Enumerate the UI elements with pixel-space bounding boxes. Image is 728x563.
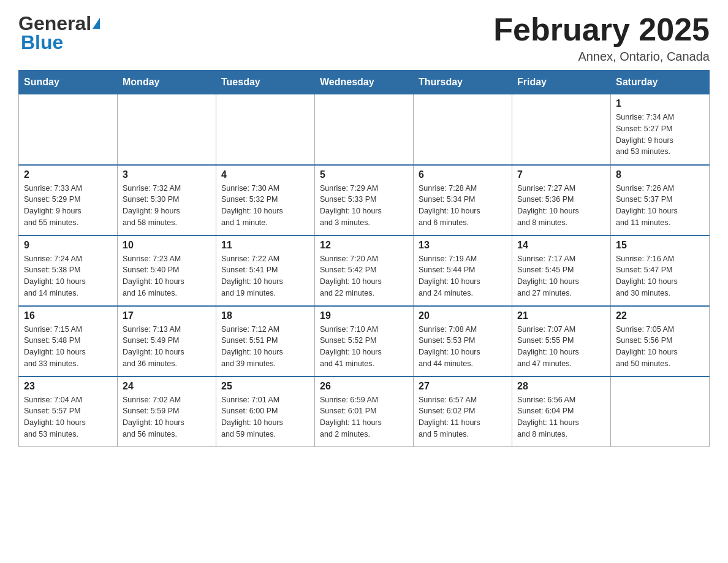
day-info: Sunrise: 7:26 AMSunset: 5:37 PMDaylight:… [616,183,704,229]
logo-blue-text: Blue [21,31,63,54]
calendar-cell: 13Sunrise: 7:19 AMSunset: 5:44 PMDayligh… [414,236,512,306]
col-monday: Monday [118,71,216,94]
day-info: Sunrise: 7:07 AMSunset: 5:55 PMDaylight:… [517,324,605,370]
calendar-cell: 2Sunrise: 7:33 AMSunset: 5:29 PMDaylight… [19,165,118,236]
page-header: General Blue February 2025 Annex, Ontari… [18,12,710,64]
day-number: 20 [419,310,507,321]
col-thursday: Thursday [414,71,512,94]
day-info: Sunrise: 7:33 AMSunset: 5:29 PMDaylight:… [24,183,112,229]
day-info: Sunrise: 7:34 AMSunset: 5:27 PMDaylight:… [616,112,704,158]
calendar-week-row: 16Sunrise: 7:15 AMSunset: 5:48 PMDayligh… [19,306,710,377]
day-number: 3 [123,169,211,180]
day-info: Sunrise: 7:16 AMSunset: 5:47 PMDaylight:… [616,253,704,299]
calendar-cell: 20Sunrise: 7:08 AMSunset: 5:53 PMDayligh… [414,306,512,377]
month-title: February 2025 [493,12,710,47]
day-info: Sunrise: 7:05 AMSunset: 5:56 PMDaylight:… [616,324,704,370]
day-number: 21 [517,310,605,321]
day-number: 13 [419,240,507,251]
calendar-table: Sunday Monday Tuesday Wednesday Thursday… [18,70,710,447]
day-number: 18 [221,310,309,321]
day-number: 19 [320,310,408,321]
day-info: Sunrise: 7:13 AMSunset: 5:49 PMDaylight:… [123,324,211,370]
day-number: 26 [320,381,408,392]
day-info: Sunrise: 7:23 AMSunset: 5:40 PMDaylight:… [123,253,211,299]
day-number: 5 [320,169,408,180]
calendar-cell: 3Sunrise: 7:32 AMSunset: 5:30 PMDaylight… [118,165,216,236]
calendar-header-row: Sunday Monday Tuesday Wednesday Thursday… [19,71,710,94]
day-number: 28 [517,381,605,392]
day-info: Sunrise: 7:32 AMSunset: 5:30 PMDaylight:… [123,183,211,229]
calendar-cell: 9Sunrise: 7:24 AMSunset: 5:38 PMDaylight… [19,236,118,306]
calendar-cell: 18Sunrise: 7:12 AMSunset: 5:51 PMDayligh… [216,306,315,377]
day-number: 6 [419,169,507,180]
day-number: 9 [24,240,112,251]
calendar-cell [118,94,216,165]
day-number: 2 [24,169,112,180]
calendar-cell: 7Sunrise: 7:27 AMSunset: 5:36 PMDaylight… [512,165,611,236]
day-info: Sunrise: 7:12 AMSunset: 5:51 PMDaylight:… [221,324,309,370]
day-info: Sunrise: 7:20 AMSunset: 5:42 PMDaylight:… [320,253,408,299]
calendar-cell: 12Sunrise: 7:20 AMSunset: 5:42 PMDayligh… [315,236,414,306]
day-number: 10 [123,240,211,251]
calendar-cell: 25Sunrise: 7:01 AMSunset: 6:00 PMDayligh… [216,377,315,447]
calendar-cell: 21Sunrise: 7:07 AMSunset: 5:55 PMDayligh… [512,306,611,377]
day-number: 11 [221,240,309,251]
location-text: Annex, Ontario, Canada [493,50,710,64]
calendar-cell [216,94,315,165]
calendar-cell [315,94,414,165]
day-number: 1 [616,98,704,109]
calendar-cell: 17Sunrise: 7:13 AMSunset: 5:49 PMDayligh… [118,306,216,377]
col-friday: Friday [512,71,611,94]
day-number: 15 [616,240,704,251]
day-number: 27 [419,381,507,392]
calendar-week-row: 23Sunrise: 7:04 AMSunset: 5:57 PMDayligh… [19,377,710,447]
logo: General Blue [18,12,100,54]
calendar-cell: 8Sunrise: 7:26 AMSunset: 5:37 PMDaylight… [611,165,710,236]
day-number: 24 [123,381,211,392]
day-info: Sunrise: 7:24 AMSunset: 5:38 PMDaylight:… [24,253,112,299]
day-info: Sunrise: 7:27 AMSunset: 5:36 PMDaylight:… [517,183,605,229]
calendar-week-row: 1Sunrise: 7:34 AMSunset: 5:27 PMDaylight… [19,94,710,165]
calendar-cell: 19Sunrise: 7:10 AMSunset: 5:52 PMDayligh… [315,306,414,377]
col-saturday: Saturday [611,71,710,94]
day-number: 4 [221,169,309,180]
day-info: Sunrise: 7:15 AMSunset: 5:48 PMDaylight:… [24,324,112,370]
calendar-cell [611,377,710,447]
day-info: Sunrise: 7:30 AMSunset: 5:32 PMDaylight:… [221,183,309,229]
calendar-cell: 14Sunrise: 7:17 AMSunset: 5:45 PMDayligh… [512,236,611,306]
day-info: Sunrise: 7:08 AMSunset: 5:53 PMDaylight:… [419,324,507,370]
day-number: 12 [320,240,408,251]
day-info: Sunrise: 6:56 AMSunset: 6:04 PMDaylight:… [517,394,605,440]
calendar-cell: 28Sunrise: 6:56 AMSunset: 6:04 PMDayligh… [512,377,611,447]
day-number: 14 [517,240,605,251]
day-info: Sunrise: 6:59 AMSunset: 6:01 PMDaylight:… [320,394,408,440]
day-number: 7 [517,169,605,180]
calendar-cell: 10Sunrise: 7:23 AMSunset: 5:40 PMDayligh… [118,236,216,306]
day-info: Sunrise: 7:02 AMSunset: 5:59 PMDaylight:… [123,394,211,440]
day-number: 8 [616,169,704,180]
calendar-cell [414,94,512,165]
calendar-cell: 5Sunrise: 7:29 AMSunset: 5:33 PMDaylight… [315,165,414,236]
calendar-cell [19,94,118,165]
calendar-cell: 4Sunrise: 7:30 AMSunset: 5:32 PMDaylight… [216,165,315,236]
calendar-cell: 15Sunrise: 7:16 AMSunset: 5:47 PMDayligh… [611,236,710,306]
title-area: February 2025 Annex, Ontario, Canada [493,12,710,64]
col-wednesday: Wednesday [315,71,414,94]
day-info: Sunrise: 7:17 AMSunset: 5:45 PMDaylight:… [517,253,605,299]
day-info: Sunrise: 6:57 AMSunset: 6:02 PMDaylight:… [419,394,507,440]
calendar-cell: 23Sunrise: 7:04 AMSunset: 5:57 PMDayligh… [19,377,118,447]
calendar-cell [512,94,611,165]
calendar-week-row: 9Sunrise: 7:24 AMSunset: 5:38 PMDaylight… [19,236,710,306]
calendar-cell: 26Sunrise: 6:59 AMSunset: 6:01 PMDayligh… [315,377,414,447]
day-info: Sunrise: 7:19 AMSunset: 5:44 PMDaylight:… [419,253,507,299]
day-number: 25 [221,381,309,392]
col-tuesday: Tuesday [216,71,315,94]
day-number: 16 [24,310,112,321]
day-info: Sunrise: 7:22 AMSunset: 5:41 PMDaylight:… [221,253,309,299]
day-info: Sunrise: 7:01 AMSunset: 6:00 PMDaylight:… [221,394,309,440]
calendar-cell: 6Sunrise: 7:28 AMSunset: 5:34 PMDaylight… [414,165,512,236]
calendar-cell: 16Sunrise: 7:15 AMSunset: 5:48 PMDayligh… [19,306,118,377]
day-info: Sunrise: 7:04 AMSunset: 5:57 PMDaylight:… [24,394,112,440]
day-number: 17 [123,310,211,321]
calendar-cell: 1Sunrise: 7:34 AMSunset: 5:27 PMDaylight… [611,94,710,165]
